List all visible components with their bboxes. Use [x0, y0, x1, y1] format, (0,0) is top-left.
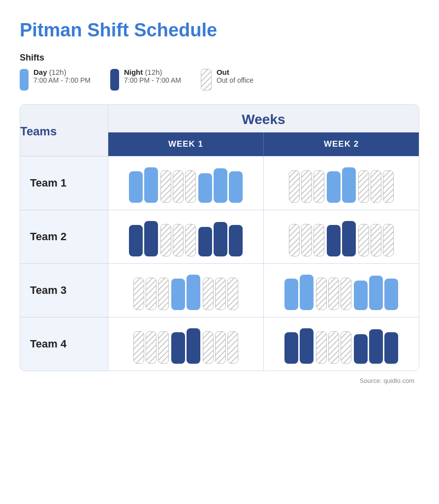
out-of-office-label: Out of office [217, 76, 253, 84]
shift-block-out [314, 170, 324, 203]
schedule-wrapper: Teams Weeks WEEK 1 WEEK 2 Team 1 [20, 104, 419, 371]
week1-team2 [108, 210, 263, 264]
shifts-section: Shifts Day (12h) 7:00 AM - 7:00 PM Night… [20, 53, 419, 91]
shift-block-out [185, 170, 196, 203]
team-name-4: Team 4 [20, 317, 108, 371]
shift-block-out [371, 224, 381, 256]
shift-block-out [215, 331, 226, 364]
shift-block-out [328, 331, 339, 364]
shift-block-out [289, 224, 300, 256]
out-icon [201, 69, 212, 91]
shift-block [171, 332, 185, 364]
day-duration: (12h) [49, 68, 66, 76]
shift-block-out [289, 170, 300, 203]
shift-block-out [160, 170, 171, 203]
out-shift-name: Out [217, 68, 253, 76]
weeks-header-row: Teams Weeks [20, 105, 419, 132]
shift-block-out [314, 224, 324, 256]
table-row: Team 4 [20, 317, 419, 371]
week1-team3 [108, 264, 263, 317]
team-name-1: Team 1 [20, 157, 108, 210]
shift-block-out [227, 278, 238, 310]
shift-block [129, 171, 143, 203]
shift-block [229, 171, 243, 203]
shift-block [198, 227, 212, 256]
week1-team4 [108, 317, 263, 371]
shift-block-out [203, 331, 214, 364]
shift-block [369, 276, 383, 310]
shift-block [171, 279, 185, 310]
night-shift-name: Night (12h) [124, 68, 181, 76]
shift-block [144, 221, 158, 256]
week1-header: WEEK 1 [108, 132, 263, 157]
day-time: 7:00 AM - 7:00 PM [33, 76, 91, 84]
shift-block [384, 279, 398, 310]
shift-block-out [173, 224, 184, 256]
legend-out: Out Out of office [201, 68, 253, 91]
shift-block [342, 167, 356, 203]
week1-team1 [108, 157, 263, 210]
legend: Day (12h) 7:00 AM - 7:00 PM Night (12h) … [20, 68, 419, 91]
shift-block-out [158, 331, 169, 364]
weeks-label-cell: Weeks [108, 105, 419, 132]
page-title: Pitman Shift Schedule [20, 20, 419, 41]
shift-block [300, 275, 314, 310]
shift-block-out [341, 278, 351, 310]
shift-block [354, 334, 368, 364]
night-duration: (12h) [145, 68, 162, 76]
shift-block-out [316, 278, 327, 310]
shift-block-out [341, 331, 351, 364]
shift-block-out [203, 278, 214, 310]
weeks-title: Weeks [242, 112, 285, 127]
shift-block [384, 332, 398, 364]
shift-block [354, 281, 368, 310]
shift-block [198, 173, 212, 203]
shift-block-out [383, 224, 394, 256]
shift-block-out [133, 331, 144, 364]
night-time: 7:00 PM - 7:00 AM [124, 76, 181, 84]
source-label: Source: quidlo.com [20, 377, 419, 384]
shift-block-out [146, 278, 157, 310]
table-row: Team 2 [20, 210, 419, 264]
shift-block [214, 222, 227, 256]
shift-block [187, 275, 200, 310]
shift-block [129, 225, 143, 256]
shift-block-out [328, 278, 339, 310]
shift-block-out [358, 170, 369, 203]
shift-block [327, 171, 341, 203]
night-icon [110, 69, 119, 91]
shifts-label: Shifts [20, 53, 419, 63]
shift-block-out [301, 224, 312, 256]
legend-day: Day (12h) 7:00 AM - 7:00 PM [20, 68, 91, 91]
week2-team4 [264, 317, 419, 371]
shift-block-out [316, 331, 327, 364]
shift-block [229, 225, 243, 256]
shift-block-out [383, 170, 394, 203]
table-row: Team 3 [20, 264, 419, 317]
shift-block [369, 329, 383, 364]
shift-block [187, 328, 200, 364]
shift-block-out [133, 278, 144, 310]
shift-block-out [173, 170, 184, 203]
shift-block [214, 168, 227, 203]
shift-block [300, 328, 314, 364]
shift-block [342, 221, 356, 256]
day-icon [20, 69, 29, 91]
teams-cell: Teams [20, 105, 108, 157]
shift-block-out [215, 278, 226, 310]
shift-block-out [371, 170, 381, 203]
shift-block-out [185, 224, 196, 256]
shift-block-out [301, 170, 312, 203]
team-name-2: Team 2 [20, 210, 108, 264]
day-shift-name: Day (12h) [33, 68, 91, 76]
shift-block-out [358, 224, 369, 256]
shift-block [284, 332, 298, 364]
shift-block-out [227, 331, 238, 364]
shift-block-out [160, 224, 171, 256]
legend-night: Night (12h) 7:00 PM - 7:00 AM [110, 68, 181, 91]
shift-block [284, 279, 298, 310]
week2-header: WEEK 2 [264, 132, 419, 157]
week2-team2 [264, 210, 419, 264]
week2-team1 [264, 157, 419, 210]
schedule-table: Teams Weeks WEEK 1 WEEK 2 Team 1 [20, 105, 419, 371]
